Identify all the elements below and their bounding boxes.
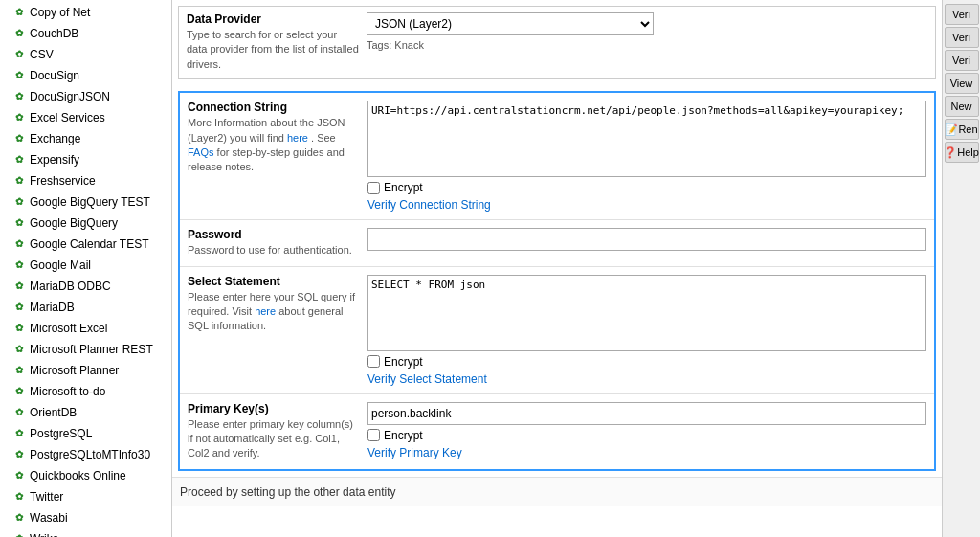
sidebar-item-label: Microsoft Planner [30, 362, 119, 379]
sidebar-item-twitter[interactable]: ✿ Twitter [0, 486, 171, 507]
select-statement-row: Select Statement Please enter here your … [180, 267, 934, 394]
sidebar-item-copy-of-net[interactable]: ✿ Copy of Net [0, 2, 171, 23]
help-label: Help [957, 145, 979, 159]
sidebar-item-label: CouchDB [30, 25, 78, 42]
select-encrypt-checkbox[interactable] [368, 355, 380, 368]
item-icon: ✿ [11, 5, 27, 20]
item-icon: ✿ [11, 279, 27, 294]
password-label: Password Password to use for authenticat… [188, 228, 360, 257]
sidebar-item-google-calendar-test[interactable]: ✿ Google Calendar TEST [0, 234, 171, 255]
select-encrypt-row: Encrypt [368, 355, 926, 369]
main-content: Data Provider Type to search for or sele… [172, 0, 942, 537]
verify-btn-1[interactable]: Veri [945, 4, 979, 25]
pk-encrypt-row: Encrypt [368, 429, 926, 442]
sidebar-item-docusignjson[interactable]: ✿ DocuSignJSON [0, 86, 171, 107]
sidebar-item-docusign[interactable]: ✿ DocuSign [0, 65, 171, 86]
item-icon: ✿ [11, 363, 27, 378]
sidebar-item-label: CSV [30, 46, 54, 63]
help-icon: ❓ [944, 145, 957, 159]
new-btn[interactable]: New [945, 96, 979, 117]
item-icon: ✿ [11, 173, 27, 189]
sidebar-item-wasabi[interactable]: ✿ Wasabi [0, 507, 171, 528]
data-provider-control: JSON (Layer2) CSV SQL REST Tags: Knack [367, 12, 927, 51]
item-icon: ✿ [11, 152, 27, 168]
sidebar-item-microsoft-excel[interactable]: ✿ Microsoft Excel [0, 318, 171, 339]
select-here-link[interactable]: here [255, 305, 276, 317]
sidebar-item-label: Exchange [30, 130, 80, 147]
pk-encrypt-checkbox[interactable] [368, 429, 380, 441]
view-btn[interactable]: View [945, 73, 979, 94]
sidebar-item-microsoft-planner[interactable]: ✿ Microsoft Planner [0, 360, 171, 381]
sidebar-item-label: Google Mail [30, 257, 91, 274]
sidebar-item-label: Quickbooks Online [30, 467, 126, 484]
sidebar-item-label: Wasabi [30, 509, 68, 526]
verify-pk-link[interactable]: Verify Primary Key [368, 446, 926, 459]
encrypt-row: Encrypt [368, 181, 926, 194]
sidebar-item-postgresql[interactable]: ✿ PostgreSQL [0, 423, 171, 444]
connection-string-row: Connection String More Information about… [180, 93, 934, 220]
encrypt-label: Encrypt [384, 181, 423, 194]
primary-key-input[interactable] [368, 402, 926, 425]
item-icon: ✿ [11, 321, 27, 336]
primary-keys-row: Primary Key(s) Please enter primary key … [180, 394, 934, 469]
sidebar-item-mariadb[interactable]: ✿ MariaDB [0, 297, 171, 318]
verify-btn-3[interactable]: Veri [945, 50, 979, 71]
item-icon: ✿ [11, 489, 27, 504]
verify-select-link[interactable]: Verify Select Statement [368, 372, 926, 386]
data-provider-section: Data Provider Type to search for or sele… [178, 6, 936, 79]
sidebar-item-csv[interactable]: ✿ CSV [0, 44, 171, 65]
sidebar-item-label: Wrike [30, 530, 58, 537]
sidebar-item-mariadb-odbc[interactable]: ✿ MariaDB ODBC [0, 276, 171, 297]
sidebar-item-label: Google BigQuery [30, 214, 118, 232]
select-statement-label: Select Statement Please enter here your … [188, 275, 360, 334]
sidebar-item-google-mail[interactable]: ✿ Google Mail [0, 255, 171, 276]
sidebar-item-quickbooks-online[interactable]: ✿ Quickbooks Online [0, 465, 171, 486]
sidebar-item-label: DocuSignJSON [30, 88, 110, 105]
sidebar-item-label: Freshservice [30, 172, 96, 190]
sidebar-item-couchdb[interactable]: ✿ CouchDB [0, 23, 171, 44]
help-btn[interactable]: ❓ Help [945, 142, 979, 163]
verify-btn-2[interactable]: Veri [945, 27, 979, 48]
connection-string-label: Connection String More Information about… [188, 101, 360, 175]
sidebar-item-expensify[interactable]: ✿ Expensify [0, 149, 171, 170]
select-statement-control: Encrypt Verify Select Statement [368, 275, 926, 386]
item-icon: ✿ [11, 468, 27, 483]
connection-string-input[interactable] [368, 101, 926, 177]
tags-line: Tags: Knack [367, 39, 927, 51]
bottom-bar: Proceed by setting up the other data ent… [172, 477, 942, 506]
item-icon: ✿ [11, 531, 27, 537]
provider-select[interactable]: JSON (Layer2) CSV SQL REST [367, 12, 654, 35]
rename-btn[interactable]: 📝 Ren [945, 119, 979, 140]
sidebar-item-label: MariaDB ODBC [30, 278, 111, 295]
verify-connection-link[interactable]: Verify Connection String [368, 198, 926, 212]
item-icon: ✿ [11, 110, 27, 125]
sidebar-item-microsoft-to-do[interactable]: ✿ Microsoft to-do [0, 381, 171, 402]
primary-keys-control: Encrypt Verify Primary Key [368, 402, 926, 459]
sidebar-item-postgresqlto-mtinfo30[interactable]: ✿ PostgreSQLtoMTInfo30 [0, 444, 171, 465]
here-link[interactable]: here [287, 132, 308, 144]
password-input[interactable] [368, 228, 926, 251]
sidebar-item-google-bigquery-test[interactable]: ✿ Google BigQuery TEST [0, 191, 171, 213]
faqs-link[interactable]: FAQs [188, 146, 214, 158]
sidebar-item-exchange[interactable]: ✿ Exchange [0, 128, 171, 149]
item-icon: ✿ [11, 89, 27, 104]
connection-section: Connection String More Information about… [178, 91, 936, 471]
sidebar-item-label: Google Calendar TEST [30, 235, 149, 253]
sidebar-item-google-bigquery[interactable]: ✿ Google BigQuery [0, 213, 171, 234]
encrypt-checkbox[interactable] [368, 182, 380, 194]
sidebar-item-orientdb[interactable]: ✿ OrientDB [0, 402, 171, 423]
item-icon: ✿ [11, 68, 27, 83]
sidebar-item-label: OrientDB [30, 404, 77, 421]
pk-encrypt-label: Encrypt [384, 429, 423, 442]
item-icon: ✿ [11, 510, 27, 526]
primary-keys-label: Primary Key(s) Please enter primary key … [188, 402, 360, 461]
sidebar-item-excel-services[interactable]: ✿ Excel Services [0, 107, 171, 128]
select-statement-input[interactable] [368, 275, 926, 351]
sidebar-item-microsoft-planner-rest[interactable]: ✿ Microsoft Planner REST [0, 339, 171, 360]
sidebar-item-freshservice[interactable]: ✿ Freshservice [0, 170, 171, 191]
sidebar: ✿ Copy of Net ✿ CouchDB ✿ CSV ✿ DocuSign… [0, 0, 172, 537]
data-provider-label: Data Provider Type to search for or sele… [187, 12, 359, 72]
sidebar-item-label: PostgreSQL [30, 425, 92, 442]
sidebar-item-wrike[interactable]: ✿ Wrike [0, 528, 171, 537]
connection-string-control: Encrypt Verify Connection String [368, 101, 926, 212]
